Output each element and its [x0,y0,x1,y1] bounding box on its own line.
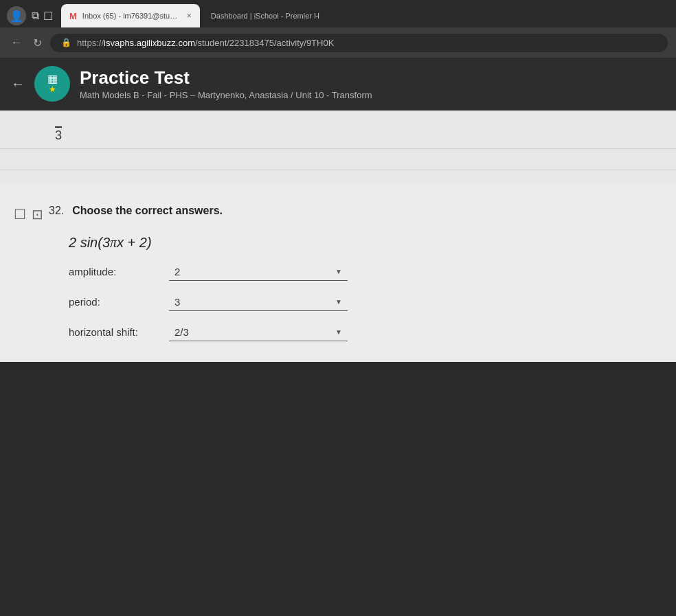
address-path: /student/223183475/activity/9TH0K [195,38,334,48]
period-dropdown[interactable]: 3 ▼ [169,293,348,311]
bookmark-icon[interactable]: ☐ [14,206,26,223]
fraction-denominator: 3 [55,128,62,143]
equation-block: 2 sin(3πx + 2) [69,235,662,251]
page-title-block: Practice Test Math Models B - Fall - PHS… [80,67,372,100]
amplitude-label: amplitude: [69,266,158,277]
tab-dashboard[interactable]: Dashboard | iSchool - Premier H [203,4,328,27]
reload-button[interactable]: ↻ [30,34,45,52]
amplitude-value: 2 [174,266,180,277]
page-title: Practice Test [80,67,372,89]
fraction-display: 3 [55,116,62,143]
tab-inbox[interactable]: M Inbox (65) - lm76391@students.is × [61,4,200,27]
app-star-icon: ★ [49,84,56,94]
question-number: 32. [49,205,64,217]
horizontal-shift-dropdown[interactable]: 2/3 ▼ [169,323,348,341]
horizontal-shift-value: 2/3 [174,326,189,338]
tab-inbox-label: Inbox (65) - lm76391@students.is [82,12,179,20]
fraction-row: 3 [0,111,676,149]
tab-window-icon: ☐ [43,10,53,23]
question-area: ☐ ⊡ 32. Choose the correct answers. 2 si… [0,184,676,362]
tab-dashboard-label: Dashboard | iSchool - Premier H [211,12,319,20]
profile-icon[interactable]: 👤 [7,6,26,25]
address-protocol: https:// [77,38,104,48]
tab-icon-group: ⧉ ☐ [32,10,53,23]
address-host: isvaphs.agilixbuzz.com [104,38,195,48]
answer-row-amplitude: amplitude: 2 ▼ [69,263,662,281]
content-area: 3 ☐ ⊡ 32. Choose the correct answers. 2 … [0,111,676,362]
address-text: https://isvaphs.agilixbuzz.com/student/2… [77,38,334,48]
back-button[interactable]: ← [8,34,25,52]
lock-icon: 🔒 [61,38,71,47]
page-subtitle: Math Models B - Fall - PHS – Martynenko,… [80,90,372,100]
tab-close-icon[interactable]: × [187,11,192,21]
period-dropdown-arrow: ▼ [335,298,342,306]
answer-row-horizontal-shift: horizontal shift: 2/3 ▼ [69,323,662,341]
app-grid-icon: ▦ [47,73,58,84]
horizontal-shift-dropdown-arrow: ▼ [335,328,342,336]
period-value: 3 [174,296,180,308]
divider [0,170,676,170]
address-bar[interactable]: 🔒 https://isvaphs.agilixbuzz.com/student… [50,34,668,52]
page-header: ← ▦ ★ Practice Test Math Models B - Fall… [0,58,676,111]
gmail-icon: M [69,11,77,21]
tab-copy-icon: ⧉ [32,10,39,22]
period-label: period: [69,296,158,308]
fraction-line [55,126,62,128]
answer-grid: amplitude: 2 ▼ period: 3 ▼ horizontal sh… [69,263,662,341]
amplitude-dropdown[interactable]: 2 ▼ [169,263,348,281]
address-bar-row: ← ↻ 🔒 https://isvaphs.agilixbuzz.com/stu… [0,27,676,58]
copy-icon[interactable]: ⊡ [32,206,43,223]
horizontal-shift-label: horizontal shift: [69,326,158,338]
question-row: ☐ ⊡ 32. Choose the correct answers. [14,205,662,223]
answer-row-period: period: 3 ▼ [69,293,662,311]
page-back-button[interactable]: ← [11,76,25,92]
question-instruction: Choose the correct answers. [72,205,223,217]
amplitude-dropdown-arrow: ▼ [335,268,342,275]
app-icon: ▦ ★ [34,66,70,102]
